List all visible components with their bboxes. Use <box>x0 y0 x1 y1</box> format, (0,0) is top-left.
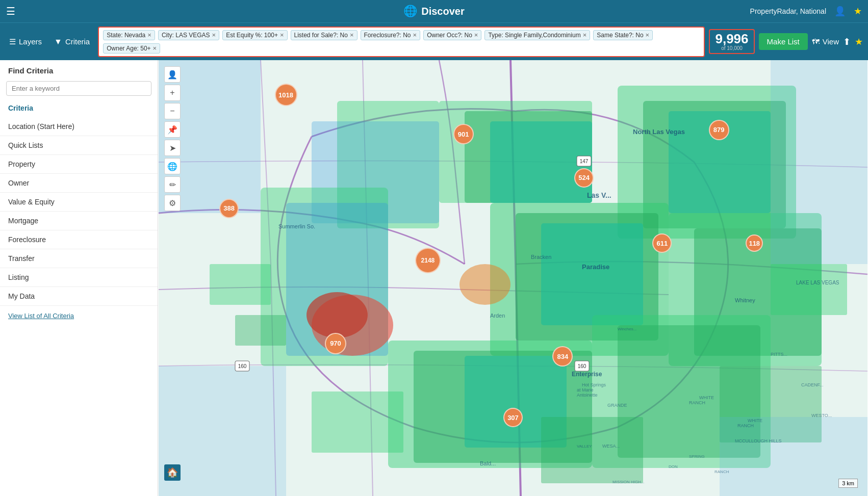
filter-tag-label-6: Type: Single Family,Condominium <box>488 32 580 39</box>
cluster-c9[interactable]: 970 <box>325 333 346 354</box>
cluster-c3[interactable]: 879 <box>709 120 729 140</box>
cluster-c6[interactable]: 611 <box>652 233 672 253</box>
favorite-button[interactable]: ★ <box>855 36 863 47</box>
sidebar-item-my-data[interactable]: My Data <box>0 287 158 306</box>
filter-tag-label-0: State: Nevada <box>107 32 145 39</box>
filter-tag-label-2: Est Equity %: 100+ <box>226 32 278 39</box>
criteria-active-link[interactable]: Criteria <box>0 101 158 117</box>
filter-tag-label-3: Listed for Sale?: No <box>294 32 348 39</box>
filter-tag-remove-3[interactable]: × <box>350 32 354 38</box>
svg-text:MCCULLOUGH HILLS: MCCULLOUGH HILLS <box>735 438 782 443</box>
filter-tag-label-8: Owner Age: 50+ <box>107 45 150 52</box>
filter-tag-remove-4[interactable]: × <box>413 32 417 38</box>
svg-text:at Marie: at Marie <box>577 387 594 393</box>
map-container[interactable]: 160 147 160 North Las Vegas Las V... Sum… <box>158 60 868 496</box>
cluster-c4[interactable]: 524 <box>574 168 594 188</box>
sidebar-item-mortgage[interactable]: Mortgage <box>0 212 158 230</box>
cluster-c2[interactable]: 901 <box>453 124 474 144</box>
search-input[interactable] <box>6 81 151 96</box>
filter-tag-label-5: Owner Occ?: No <box>427 32 472 39</box>
svg-text:PITTS...: PITTS... <box>771 352 787 357</box>
filter-tag-8: Owner Age: 50+× <box>103 43 160 54</box>
svg-text:160: 160 <box>578 363 586 369</box>
hamburger-icon[interactable]: ☰ <box>6 5 15 17</box>
sidebar-item-owner[interactable]: Owner <box>0 174 158 193</box>
svg-text:North Las Vegas: North Las Vegas <box>633 128 685 136</box>
count-number: 9,996 <box>715 32 748 45</box>
filter-tag-remove-1[interactable]: × <box>212 32 216 38</box>
pin-tool-button[interactable]: 📌 <box>164 121 181 138</box>
filter-tag-5: Owner Occ?: No× <box>423 30 481 40</box>
nav-title: 🌐 Discover <box>403 5 465 18</box>
filter-tag-remove-5[interactable]: × <box>474 32 478 38</box>
svg-text:Paradise: Paradise <box>582 263 609 271</box>
view-button[interactable]: 🗺 View <box>812 37 839 46</box>
zoom-out-button[interactable]: − <box>164 103 181 119</box>
filter-bar: ☰ Layers ▼ Criteria State: Nevada×City: … <box>0 22 868 60</box>
svg-text:MISSION HIGH...: MISSION HIGH... <box>612 480 645 484</box>
svg-text:147: 147 <box>580 159 589 164</box>
svg-text:Bald...: Bald... <box>480 460 496 466</box>
filter-tag-7: Same State?: No× <box>593 30 653 40</box>
view-all-criteria-link[interactable]: View List of All Criteria <box>0 306 158 326</box>
criteria-button[interactable]: ▼ Criteria <box>50 35 94 48</box>
settings-tool-button[interactable]: ⚙ <box>164 195 181 211</box>
filter-tag-3: Listed for Sale?: No× <box>291 30 358 40</box>
svg-text:160: 160 <box>238 363 247 369</box>
star-nav-icon[interactable]: ★ <box>854 6 862 17</box>
svg-text:Hot Springs: Hot Springs <box>582 382 606 387</box>
sidebar-item-property[interactable]: Property <box>0 155 158 174</box>
svg-point-23 <box>459 264 510 305</box>
home-button[interactable]: 🏠 <box>164 464 181 481</box>
filter-tag-remove-2[interactable]: × <box>280 32 284 38</box>
count-box: 9,996 of 10,000 <box>709 29 754 54</box>
layers-button[interactable]: ☰ Layers <box>5 35 46 48</box>
nav-right: PropertyRadar, National 👤 ★ <box>750 6 862 17</box>
svg-text:SPRING: SPRING <box>689 454 705 459</box>
zoom-in-button[interactable]: + <box>164 85 181 101</box>
svg-text:Whitney: Whitney <box>735 297 755 303</box>
navigate-tool-button[interactable]: ➤ <box>164 140 181 156</box>
globe-tool-button[interactable]: 🌐 <box>164 158 181 174</box>
sidebar-item-quick-lists[interactable]: Quick Lists <box>0 136 158 155</box>
view-icon: 🗺 <box>812 37 820 46</box>
cluster-c5[interactable]: 388 <box>219 199 239 218</box>
svg-text:LAKE LAS VEGAS: LAKE LAS VEGAS <box>796 280 839 285</box>
account-icon[interactable]: 👤 <box>834 6 846 17</box>
svg-text:Winches...: Winches... <box>618 327 636 331</box>
cluster-c7[interactable]: 118 <box>746 234 763 252</box>
cluster-c1[interactable]: 1018 <box>275 84 297 106</box>
svg-text:Arden: Arden <box>490 312 505 319</box>
cluster-c8[interactable]: 2148 <box>415 248 441 273</box>
share-button[interactable]: ⬆ <box>843 36 851 47</box>
edit-tool-button[interactable]: ✏ <box>164 176 181 193</box>
top-nav: ☰ 🌐 Discover PropertyRadar, National 👤 ★ <box>0 0 868 22</box>
filter-tag-remove-0[interactable]: × <box>147 32 151 38</box>
svg-rect-28 <box>312 391 403 453</box>
sidebar-item-transfer[interactable]: Transfer <box>0 249 158 268</box>
filter-tag-remove-7[interactable]: × <box>646 32 650 38</box>
make-list-button[interactable]: Make List <box>759 33 808 50</box>
sidebar-items: Location (Start Here)Quick ListsProperty… <box>0 117 158 306</box>
layers-icon: ☰ <box>9 37 16 46</box>
cluster-c11[interactable]: 307 <box>503 408 523 427</box>
svg-rect-25 <box>235 315 286 346</box>
svg-rect-24 <box>210 264 271 305</box>
person-tool-button[interactable]: 👤 <box>164 66 181 83</box>
svg-text:RANCH: RANCH <box>737 423 754 428</box>
sidebar-item-value-&-equity[interactable]: Value & Equity <box>0 193 158 212</box>
criteria-label: Criteria <box>65 37 90 46</box>
svg-point-22 <box>307 292 368 338</box>
svg-text:Summerlin So.: Summerlin So. <box>278 223 315 229</box>
svg-text:WESTO...: WESTO... <box>811 413 832 418</box>
cluster-c10[interactable]: 834 <box>552 346 573 367</box>
filter-tag-1: City: LAS VEGAS× <box>158 30 219 40</box>
sidebar-header: Find Criteria <box>0 60 158 81</box>
filter-tag-remove-8[interactable]: × <box>153 45 157 51</box>
sidebar-item-location-(start-here)[interactable]: Location (Start Here) <box>0 117 158 136</box>
sidebar-item-listing[interactable]: Listing <box>0 268 158 287</box>
sidebar-item-foreclosure[interactable]: Foreclosure <box>0 230 158 249</box>
sidebar: Find Criteria Criteria Location (Start H… <box>0 60 158 496</box>
filter-tag-remove-6[interactable]: × <box>583 32 587 38</box>
svg-text:WHITE: WHITE <box>748 418 762 423</box>
